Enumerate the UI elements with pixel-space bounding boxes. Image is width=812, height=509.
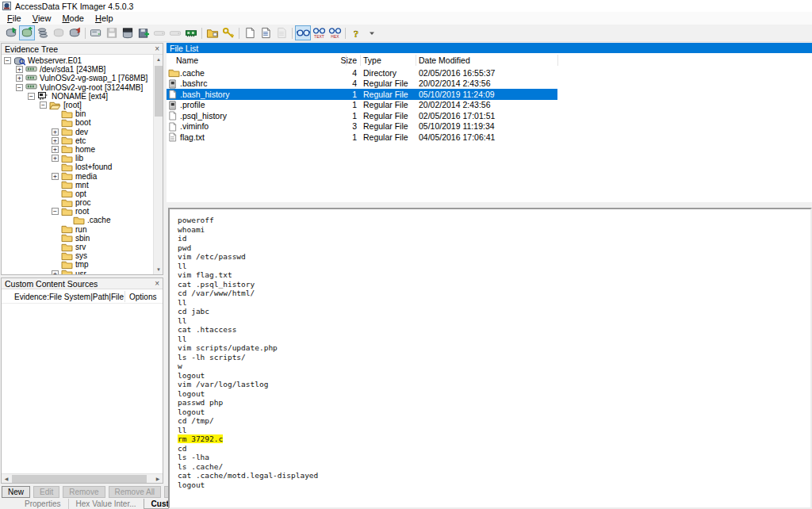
evidence-tree-pane: Evidence Tree × −Webserver.E01+/dev/sda1…	[1, 43, 163, 275]
tree-node-bin[interactable]: bin	[2, 109, 153, 118]
collapse-icon[interactable]: −	[4, 57, 11, 64]
folder-icon	[61, 109, 73, 119]
expand-icon[interactable]: +	[52, 155, 59, 162]
scrollbar-thumb[interactable]	[12, 475, 147, 483]
folder-icon	[61, 207, 73, 216]
new-document-button[interactable]	[242, 25, 258, 40]
tree-node-srv[interactable]: srv	[2, 243, 153, 251]
file-date-modified: 20/02/2014 2:43:56	[419, 78, 491, 88]
tree-node-media[interactable]: +media	[2, 171, 153, 180]
tree-node-lib[interactable]: +lib	[2, 154, 153, 163]
collapse-icon[interactable]: −	[28, 93, 35, 100]
tree-node-dev-sda1-243mb[interactable]: +/dev/sda1 [243MB]	[2, 65, 153, 74]
file-row-bashrc[interactable]: .bashrc4Regular File20/02/2014 2:43:56	[167, 78, 557, 90]
tree-node-label: usr	[75, 270, 86, 274]
tab-hex-value-inter[interactable]: Hex Value Inter...	[68, 499, 144, 509]
tree-node-lost-found[interactable]: lost+found	[2, 163, 153, 171]
file-content-viewer[interactable]: poweroffwhoamiidpwdvim /etc/passwdllvim …	[168, 208, 812, 509]
file-row-flag-txt[interactable]: flag.txt1Regular File04/05/2016 17:06:41	[167, 132, 557, 143]
column-header-type[interactable]: Type	[363, 55, 381, 65]
expand-icon[interactable]: +	[52, 128, 59, 136]
toolbar-options-button[interactable]	[364, 25, 380, 40]
export-file-hash-list-button[interactable]	[220, 25, 236, 40]
expand-icon[interactable]: +	[52, 270, 59, 274]
scroll-right-icon[interactable]: ▶	[153, 474, 163, 484]
tree-node-run[interactable]: run	[2, 225, 153, 234]
add-evidence-item-button[interactable]	[3, 25, 19, 40]
capture-memory-button[interactable]	[120, 25, 136, 40]
tree-node-etc[interactable]: +etc	[2, 136, 153, 145]
text-view-mode-button[interactable]: TEXT	[311, 25, 327, 40]
viewer-line: cat .cache/motd.legal-displayed	[178, 471, 810, 480]
collapse-icon[interactable]: −	[52, 208, 59, 215]
tree-node-noname-ext4[interactable]: −NONAME [ext4]	[2, 92, 153, 101]
capture-ram-button[interactable]	[183, 25, 199, 40]
add-all-attached-devices-button[interactable]	[19, 25, 35, 40]
tree-node-cache[interactable]: .cache	[2, 216, 153, 224]
tree-node-usr[interactable]: +usr	[2, 270, 153, 275]
tree-node-opt[interactable]: opt	[2, 189, 153, 198]
tree-node-sbin[interactable]: sbin	[2, 234, 153, 243]
expand-icon[interactable]: +	[52, 146, 59, 153]
tree-node-tmp[interactable]: tmp	[2, 260, 153, 269]
column-separator[interactable]	[557, 55, 558, 66]
expand-icon[interactable]: +	[52, 173, 59, 180]
menu-file[interactable]: File	[2, 13, 27, 23]
expand-icon[interactable]: +	[16, 75, 23, 82]
file-type: Regular File	[363, 111, 408, 121]
tree-node-sys[interactable]: sys	[2, 251, 153, 260]
tree-node-boot[interactable]: boot	[2, 118, 153, 127]
scrollbar-thumb[interactable]	[155, 66, 163, 117]
tree-node-mnt[interactable]: mnt	[2, 181, 153, 189]
tree-node-root[interactable]: −[root]	[2, 101, 153, 109]
tree-node-label: srv	[75, 243, 86, 251]
file-row-profile[interactable]: .profile1Regular File20/02/2014 2:43:56	[167, 100, 557, 111]
column-header-options[interactable]: Options	[129, 293, 156, 301]
column-separator[interactable]	[346, 55, 347, 66]
column-header-size[interactable]: Size	[322, 55, 357, 65]
column-header-name[interactable]: Name	[176, 55, 198, 65]
close-icon[interactable]: ×	[155, 280, 159, 288]
file-row-viminfo[interactable]: .viminfo3Regular File05/10/2019 11:19:34	[167, 121, 557, 132]
expand-icon[interactable]: +	[52, 137, 59, 144]
expand-icon[interactable]: +	[16, 66, 23, 73]
column-header-date-modified[interactable]: Date Modified	[419, 55, 470, 65]
collapse-icon[interactable]: −	[40, 101, 47, 109]
tree-node-dev[interactable]: +dev	[2, 128, 153, 136]
export-files-button[interactable]	[205, 25, 220, 40]
collapse-icon[interactable]: −	[16, 84, 23, 91]
file-text-icon	[168, 132, 178, 141]
remove-all-evidence-items-button[interactable]	[67, 25, 82, 40]
tree-node-home[interactable]: +home	[2, 145, 153, 154]
menu-view[interactable]: View	[27, 13, 57, 23]
evidence-tree-scrollbar[interactable]: ▲ ▼	[153, 55, 163, 274]
menu-help[interactable]: Help	[90, 13, 119, 23]
column-header-evidence[interactable]: Evidence:File System|Path|File	[14, 293, 124, 301]
tree-node-vulnosv2-vg-root-31244mb[interactable]: −VulnOSv2-vg-root [31244MB]	[2, 83, 153, 92]
tree-node-proc[interactable]: proc	[2, 198, 153, 207]
scroll-down-icon[interactable]: ▼	[154, 265, 163, 274]
scroll-up-icon[interactable]: ▲	[154, 55, 163, 64]
create-disk-image-button[interactable]	[88, 25, 104, 40]
folder-icon	[61, 154, 73, 163]
scroll-left-icon[interactable]: ◀	[2, 474, 11, 484]
tree-node-webserver-e01[interactable]: −Webserver.E01	[2, 56, 153, 65]
menu-mode[interactable]: Mode	[56, 13, 90, 23]
auto-view-mode-button[interactable]	[295, 25, 311, 40]
custom-content-hscrollbar[interactable]: ◀ ▶	[2, 473, 163, 483]
column-separator[interactable]	[416, 55, 416, 66]
hex-view-mode-button[interactable]: HEX	[327, 25, 343, 40]
help-button[interactable]: ?	[348, 25, 364, 40]
tree-node-vulnosv2-vg-swap-1-768mb[interactable]: +VulnOSv2-vg-swap_1 [768MB]	[2, 74, 153, 82]
obtain-protected-files-button[interactable]	[136, 25, 151, 40]
file-row-cache[interactable]: .cache4Directory02/05/2016 16:55:37	[167, 67, 557, 78]
tree-node-root[interactable]: −root	[2, 207, 153, 216]
file-row-psql-history[interactable]: .psql_history1Regular File02/05/2016 17:…	[167, 110, 557, 121]
column-separator[interactable]	[360, 55, 361, 66]
new-button[interactable]: New	[2, 486, 30, 498]
file-row-bash-history[interactable]: .bash_history1Regular File05/10/2019 11:…	[167, 89, 557, 100]
close-icon[interactable]: ×	[155, 45, 159, 53]
tab-properties[interactable]: Properties	[17, 499, 68, 509]
open-document-button[interactable]	[258, 25, 274, 40]
image-mounting-button[interactable]	[35, 25, 51, 40]
